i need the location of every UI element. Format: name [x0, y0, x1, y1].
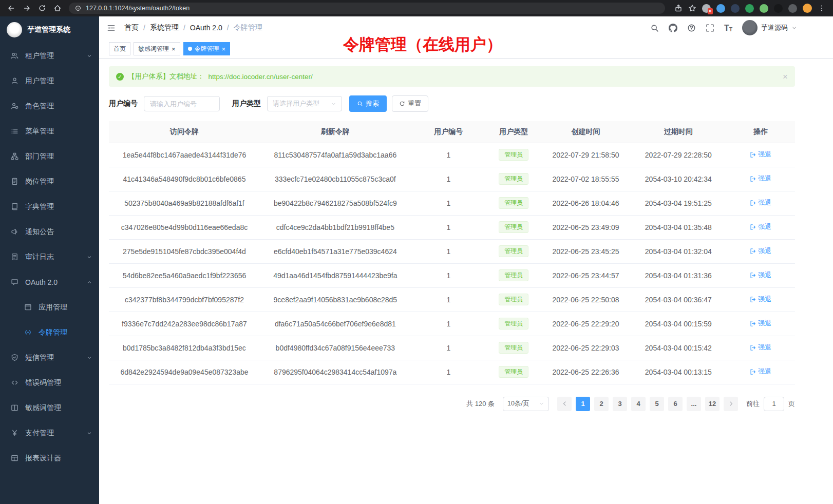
bookmark-star-icon[interactable] [688, 4, 696, 12]
sidebar-item-post[interactable]: 岗位管理 [0, 169, 99, 194]
prev-page-button[interactable] [557, 397, 572, 411]
sidebar-item-errcode[interactable]: 错误码管理 [0, 370, 99, 395]
extension-blue-icon[interactable] [716, 4, 725, 13]
github-icon[interactable] [669, 24, 677, 32]
force-logout-button[interactable]: 强退 [750, 198, 771, 207]
forward-icon[interactable] [23, 4, 31, 12]
browser-toolbar-icons: 0 [672, 4, 828, 13]
actions-cell: 强退 [726, 167, 795, 191]
breadcrumb-item[interactable]: 首页 [124, 23, 139, 32]
page-button-4[interactable]: 4 [631, 397, 646, 411]
reset-button[interactable]: 重置 [392, 95, 428, 112]
home-icon[interactable] [53, 4, 62, 12]
force-logout-button[interactable]: 强退 [750, 367, 771, 376]
sidebar-item-dict[interactable]: 字典管理 [0, 194, 99, 219]
font-size-icon[interactable]: TT [724, 24, 732, 32]
extension-puzzle-icon[interactable]: 0 [702, 4, 711, 13]
tab-item[interactable]: 令牌管理× [183, 42, 231, 55]
page-button-3[interactable]: 3 [613, 397, 627, 411]
page-button-6[interactable]: 6 [668, 397, 683, 411]
sidebar-item-sensitive[interactable]: 敏感词管理 [0, 395, 99, 420]
breadcrumb-item[interactable]: OAuth 2.0 [190, 24, 222, 32]
force-logout-button[interactable]: 强退 [750, 270, 771, 280]
user-id-cell: 1 [411, 239, 486, 263]
sidebar-item-token[interactable]: 令牌管理 [0, 320, 99, 345]
sidebar-item-dept[interactable]: 部门管理 [0, 144, 99, 169]
sidebar-item-audit[interactable]: 审计日志 [0, 244, 99, 269]
tab-item[interactable]: 首页 [109, 42, 130, 55]
errcode-icon [11, 379, 18, 386]
page-button-2[interactable]: 2 [594, 397, 609, 411]
alert-link[interactable]: https://doc.iocoder.cn/user-center/ [209, 73, 313, 81]
sidebar-item-role[interactable]: 角色管理 [0, 93, 99, 119]
force-logout-button[interactable]: 强退 [750, 343, 771, 352]
extension-gray-icon[interactable] [788, 4, 797, 13]
user-type-badge: 管理员 [499, 269, 528, 282]
total-count: 共 120 条 [466, 399, 495, 409]
tab-close-icon[interactable]: × [172, 46, 176, 52]
user-id-input[interactable] [144, 96, 220, 111]
sidebar-item-pay[interactable]: 支付管理 [0, 420, 99, 445]
extension-navy-icon[interactable] [731, 4, 740, 13]
breadcrumb-item[interactable]: 令牌管理 [234, 23, 262, 32]
tab-close-icon[interactable]: × [222, 46, 226, 52]
share-icon[interactable] [674, 4, 683, 12]
help-icon[interactable] [687, 24, 696, 32]
alert-close-icon[interactable]: × [783, 72, 788, 81]
tab-item[interactable]: 敏感词管理× [134, 42, 180, 55]
sidebar-item-oauth[interactable]: OAuth 2.0 [0, 269, 99, 295]
access-token-cell: 502375b8040a469a9b82188afdf6af1f [109, 191, 260, 215]
page-size-select[interactable]: 10条/页 [503, 397, 549, 411]
back-icon[interactable] [7, 4, 15, 12]
page-button-1[interactable]: 1 [576, 397, 590, 411]
page-size-value: 10条/页 [507, 399, 529, 408]
sidebar-item-user[interactable]: 用户管理 [0, 68, 99, 93]
sidebar-item-report[interactable]: 报表设计器 [0, 445, 99, 471]
force-logout-button[interactable]: 强退 [750, 319, 771, 328]
extension-lightgreen-icon[interactable] [760, 4, 768, 13]
user-type-badge: 管理员 [499, 342, 528, 354]
extension-black-icon[interactable] [774, 4, 783, 13]
user-type-cell: 管理员 [486, 167, 541, 191]
more-pages-button[interactable]: ... [687, 397, 701, 411]
sidebar-item-app[interactable]: 应用管理 [0, 295, 99, 320]
breadcrumb-separator: / [227, 24, 229, 32]
search-button[interactable]: 搜索 [349, 95, 387, 112]
address-bar[interactable]: 127.0.0.1:1024/system/oauth2/token [69, 3, 665, 14]
force-logout-label: 强退 [758, 198, 771, 207]
force-logout-button[interactable]: 强退 [750, 246, 771, 256]
extension-green-icon[interactable] [745, 4, 754, 13]
expires-at-cell: 2054-03-04 01:35:48 [630, 215, 726, 239]
force-logout-button[interactable]: 强退 [750, 174, 771, 183]
site-info-icon[interactable] [75, 5, 81, 11]
sidebar-item-notice[interactable]: 通知公告 [0, 219, 99, 244]
breadcrumb-item[interactable]: 系统管理 [150, 23, 179, 32]
user-type-select[interactable]: 请选择用户类型 [267, 96, 342, 111]
force-logout-button[interactable]: 强退 [750, 150, 771, 159]
browser-menu-icon[interactable] [818, 4, 826, 12]
profile-avatar-icon[interactable] [803, 4, 812, 13]
fullscreen-icon[interactable] [706, 24, 714, 32]
page-button-5[interactable]: 5 [650, 397, 664, 411]
force-logout-button[interactable]: 强退 [750, 222, 771, 231]
app-logo[interactable]: 芋道管理系统 [0, 16, 99, 43]
user-id-cell: 1 [411, 215, 486, 239]
search-icon[interactable] [650, 24, 659, 32]
sidebar-item-tenant[interactable]: 租户管理 [0, 43, 99, 68]
created-at-cell: 2022-06-25 22:29:03 [541, 336, 631, 360]
sidebar-collapse-icon[interactable] [107, 24, 116, 32]
sidebar-item-sms[interactable]: 短信管理 [0, 345, 99, 370]
page-button-12[interactable]: 12 [705, 397, 720, 411]
sidebar-item-menu[interactable]: 菜单管理 [0, 119, 99, 144]
chevron-down-icon [86, 53, 92, 59]
next-page-button[interactable] [724, 397, 738, 411]
user-menu[interactable]: 芋道源码 [742, 20, 797, 35]
force-logout-icon [750, 296, 756, 303]
access-token-cell: b0d1785bc3a8482f812db4a3f3bd15ec [109, 336, 260, 360]
caret-down-icon [791, 25, 797, 31]
force-logout-button[interactable]: 强退 [750, 295, 771, 304]
refresh-token-cell: dfa6c71a50a54c66bef706ef9e6e8d81 [260, 312, 411, 336]
reload-icon[interactable] [38, 4, 46, 12]
table-header-row: 访问令牌刷新令牌用户编号用户类型创建时间过期时间操作 [109, 121, 795, 143]
goto-page-input[interactable] [764, 397, 784, 411]
